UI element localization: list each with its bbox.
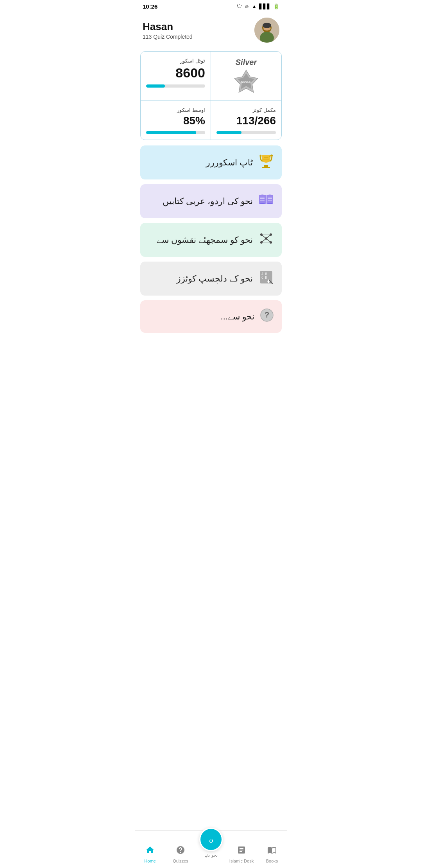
total-score-value: 8600 — [175, 65, 205, 81]
quiz-icon: A B C D — [258, 269, 274, 288]
status-time: 10:26 — [143, 3, 157, 10]
svg-rect-11 — [263, 159, 269, 160]
svg-line-30 — [266, 239, 271, 242]
svg-rect-8 — [264, 165, 268, 167]
total-score-cell: ٹوٹل اسکور 8600 — [141, 52, 211, 101]
header-left: Hasan 113 Quiz Completed — [143, 21, 193, 40]
silver-label: Silver — [236, 58, 257, 67]
signal-icon: ▋▋▋ — [259, 4, 271, 9]
avg-score-fill — [146, 131, 196, 134]
svg-line-29 — [261, 239, 266, 242]
avatar-image — [254, 18, 279, 43]
avg-score-label: اوسط اسکور — [177, 107, 205, 113]
svg-text:?: ? — [265, 310, 269, 319]
books-label: نحو کی اردو، عربی کتابیں — [163, 196, 253, 206]
quiz-count-subtitle: 113 Quiz Completed — [143, 34, 193, 40]
wifi-icon: ▲ — [252, 4, 257, 9]
completed-fill — [216, 131, 241, 134]
avg-score-value: 85% — [183, 115, 205, 127]
interesting-quizzes-label: نحو کے دلچسپ کوئزز — [177, 274, 253, 284]
completed-label: مکمل کوئز — [252, 107, 276, 113]
extra-label: نحو سے... — [221, 312, 254, 322]
status-bar: 10:26 🛡 ☺ ▲ ▋▋▋ 🔋 — [135, 0, 287, 11]
completed-progress — [216, 131, 276, 134]
svg-line-27 — [261, 235, 266, 239]
avg-score-cell: اوسط اسکور 85% — [141, 101, 211, 140]
top-scorers-card[interactable]: ٹاپ اسکوررر — [140, 145, 282, 179]
face-icon: ☺ — [244, 4, 249, 9]
total-score-progress — [146, 84, 205, 88]
status-icons: 🛡 ☺ ▲ ▋▋▋ 🔋 — [237, 4, 279, 9]
top-scorers-label: ٹاپ اسکوررر — [206, 158, 253, 168]
completed-value: 113/266 — [236, 115, 276, 127]
completed-quizzes-cell: مکمل کوئز 113/266 — [211, 101, 281, 140]
header: Hasan 113 Quiz Completed — [135, 11, 287, 47]
total-score-label: ٹوٹل اسکور — [180, 58, 205, 64]
user-name: Hasan — [143, 21, 193, 33]
network-icon — [258, 231, 274, 249]
extra-card[interactable]: نحو سے... ? — [140, 300, 282, 333]
stats-grid: ٹوٹل اسکور 8600 Silver SILVER اوسط اسکور… — [140, 51, 282, 140]
silver-badge-icon: SILVER — [233, 68, 259, 95]
svg-rect-9 — [262, 167, 270, 168]
open-book-icon — [258, 192, 274, 210]
books-card[interactable]: نحو کی اردو، عربی کتابیں — [140, 184, 282, 218]
svg-text:SILVER: SILVER — [241, 80, 252, 84]
svg-text:A B: A B — [261, 273, 267, 276]
shield-icon: 🛡 — [237, 4, 242, 9]
svg-text:C D: C D — [261, 276, 267, 280]
menu-cards: ٹاپ اسکوررر نحو کی اردو، عربی کتابیں — [135, 145, 287, 333]
total-score-fill — [146, 84, 165, 88]
svg-point-4 — [263, 23, 271, 28]
avg-score-progress — [146, 131, 205, 134]
svg-rect-10 — [264, 157, 268, 158]
avatar[interactable] — [254, 18, 279, 43]
diagrams-label: نحو کو سمجھئے نقشوں سے — [157, 235, 253, 245]
diagrams-card[interactable]: نحو کو سمجھئے نقشوں سے — [140, 223, 282, 257]
help-icon: ? — [260, 308, 274, 325]
trophy-icon — [258, 153, 274, 172]
battery-icon: 🔋 — [273, 4, 279, 9]
svg-line-28 — [266, 235, 271, 239]
rank-cell: Silver SILVER — [211, 52, 281, 101]
interesting-quizzes-card[interactable]: نحو کے دلچسپ کوئزز A B C D — [140, 262, 282, 296]
silver-badge: Silver SILVER — [233, 58, 259, 95]
